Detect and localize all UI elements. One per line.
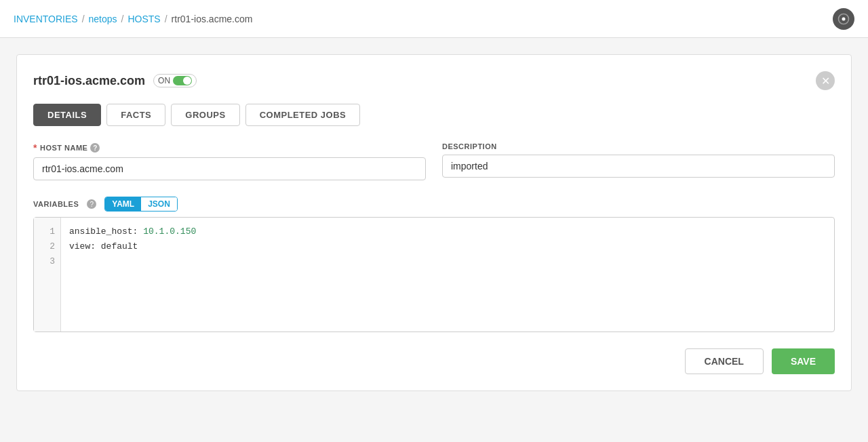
hostname-help-icon[interactable]: ? xyxy=(90,143,100,153)
hostname-label-text: HOST NAME xyxy=(40,144,88,152)
cancel-button[interactable]: CANCEL xyxy=(685,348,764,374)
breadcrumb-current: rtr01-ios.acme.com xyxy=(172,14,253,24)
variables-help-icon[interactable]: ? xyxy=(87,199,96,209)
breadcrumb-sep3: / xyxy=(165,14,167,24)
format-toggle: YAML JSON xyxy=(104,197,178,212)
breadcrumb: INVENTORIES / netops / HOSTS / rtr01-ios… xyxy=(14,14,252,24)
card-title-row: rtr01-ios.acme.com ON xyxy=(33,74,197,88)
hostname-input[interactable] xyxy=(33,157,426,180)
line-numbers: 1 2 3 xyxy=(34,218,61,332)
line-num-1: 1 xyxy=(39,224,55,239)
breadcrumb-hosts[interactable]: HOSTS xyxy=(127,14,160,24)
variables-header: VARIABLES ? YAML JSON xyxy=(33,197,835,212)
required-star: * xyxy=(33,142,37,153)
code-value-2: default xyxy=(101,241,138,252)
main-content: rtr01-ios.acme.com ON ✕ DETAILS FACTS GR… xyxy=(0,38,868,407)
tab-groups[interactable]: GROUPS xyxy=(171,104,239,126)
breadcrumb-sep1: / xyxy=(82,14,85,24)
code-content[interactable]: ansible_host: 10.1.0.150 view: default xyxy=(61,218,834,332)
hostname-label: * HOST NAME ? xyxy=(33,142,426,153)
tabs-container: DETAILS FACTS GROUPS COMPLETED JOBS xyxy=(33,104,835,126)
tab-facts[interactable]: FACTS xyxy=(106,104,165,126)
code-key-1: ansible_host: xyxy=(69,226,143,237)
form-group-hostname: * HOST NAME ? xyxy=(33,142,426,180)
host-edit-card: rtr01-ios.acme.com ON ✕ DETAILS FACTS GR… xyxy=(16,54,852,391)
top-bar: INVENTORIES / netops / HOSTS / rtr01-ios… xyxy=(0,0,868,38)
card-title: rtr01-ios.acme.com xyxy=(33,74,145,88)
close-button[interactable]: ✕ xyxy=(816,71,835,90)
description-input[interactable] xyxy=(442,155,835,178)
form-group-description: DESCRIPTION xyxy=(442,142,835,180)
brand-icon[interactable] xyxy=(833,8,854,30)
toggle-label: ON xyxy=(158,76,170,85)
description-label-text: DESCRIPTION xyxy=(442,142,497,150)
close-icon: ✕ xyxy=(821,75,830,87)
toggle-container[interactable]: ON xyxy=(153,74,197,87)
card-footer: CANCEL SAVE xyxy=(33,348,835,374)
save-button[interactable]: SAVE xyxy=(772,348,835,374)
form-row-host: * HOST NAME ? DESCRIPTION xyxy=(33,142,835,180)
code-editor[interactable]: 1 2 3 ansible_host: 10.1.0.150 view: def… xyxy=(33,217,835,332)
code-line-1: ansible_host: 10.1.0.150 xyxy=(69,224,826,239)
breadcrumb-inventories[interactable]: INVENTORIES xyxy=(14,14,78,24)
breadcrumb-netops[interactable]: netops xyxy=(89,14,117,24)
format-json-button[interactable]: JSON xyxy=(141,197,177,211)
format-yaml-button[interactable]: YAML xyxy=(105,197,141,211)
variables-label-text: VARIABLES xyxy=(33,200,79,208)
code-key-2: view: xyxy=(69,241,101,252)
svg-point-0 xyxy=(842,17,846,20)
tab-completed-jobs[interactable]: COMPLETED JOBS xyxy=(245,104,361,126)
breadcrumb-sep2: / xyxy=(121,14,124,24)
tab-details[interactable]: DETAILS xyxy=(33,104,101,126)
code-value-1: 10.1.0.150 xyxy=(143,226,196,237)
toggle-switch[interactable] xyxy=(173,76,192,85)
variables-section: VARIABLES ? YAML JSON 1 2 3 ansible_host… xyxy=(33,197,835,332)
line-num-3: 3 xyxy=(39,254,55,269)
code-line-2: view: default xyxy=(69,239,826,254)
card-header: rtr01-ios.acme.com ON ✕ xyxy=(33,71,835,90)
line-num-2: 2 xyxy=(39,239,55,254)
description-label: DESCRIPTION xyxy=(442,142,835,150)
